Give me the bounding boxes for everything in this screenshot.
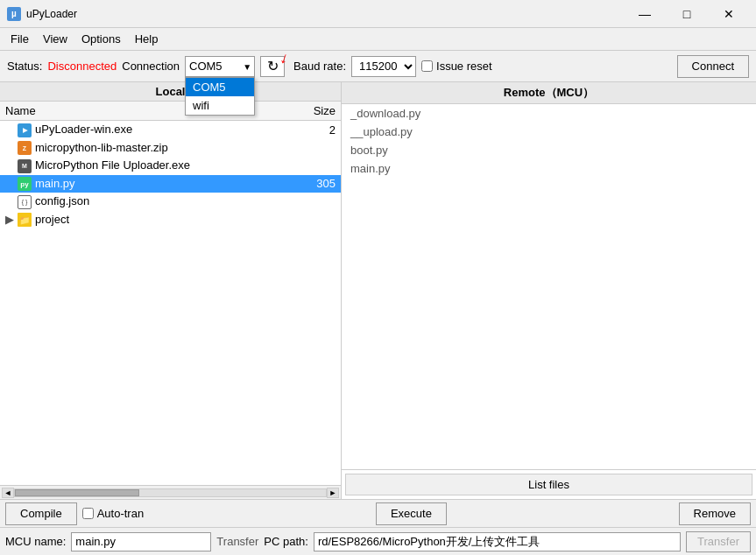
bottom-bar: Compile Auto-tran Execute Remove [0,499,756,527]
table-row[interactable]: MMicroPython File Uploader.exe [0,157,341,175]
menu-help[interactable]: Help [128,30,166,48]
window-title: uPyLoader [26,8,625,20]
folder-toggle-icon[interactable]: ▶ [5,213,16,226]
refresh-button[interactable]: ↻ [260,56,285,77]
remote-panel-header: Remote（MCU） [342,82,756,104]
remote-panel: Remote（MCU） _download.py__upload.pyboot.… [342,82,756,499]
dropdown-item-wifi[interactable]: wifi [186,96,254,115]
refresh-wrapper: ↻ ↓ [260,56,285,77]
baud-label: Baud rate: [293,60,346,73]
issue-reset-checkbox[interactable] [421,60,433,72]
list-files-button[interactable]: List files [345,474,752,495]
menu-options[interactable]: Options [74,30,128,48]
table-row[interactable]: ▶uPyLoader-win.exe2 [0,121,341,139]
file-name-cell: { }config.json [0,193,297,211]
execute-button[interactable]: Execute [376,502,447,525]
status-value: Disconnected [47,60,117,73]
menu-bar: File View Options Help [0,28,756,51]
list-files-bar: List files [342,469,756,499]
file-name: uPyLoader-win.exe [35,123,132,136]
auto-transfer-checkbox[interactable] [82,508,94,519]
minimize-button[interactable]: ― [625,0,665,28]
mcu-name-input[interactable] [71,532,211,551]
table-row[interactable]: pymain.py305 [0,175,341,193]
table-row[interactable]: Zmicropython-lib-master.zip [0,139,341,158]
title-bar: µ uPyLoader ― □ ✕ [0,0,756,28]
baud-select[interactable]: 115200 9600 19200 38400 57600 230400 [351,56,416,77]
local-scrollbar: ◄ ► [0,485,341,499]
file-size-cell [297,139,341,158]
col-size: Size [297,102,341,121]
pc-path-label: PC path: [264,535,308,548]
local-file-list: Name Size ▶uPyLoader-win.exe2Zmicropytho… [0,102,341,485]
connect-button[interactable]: Connect [677,55,749,78]
baud-combo-wrapper: 115200 9600 19200 38400 57600 230400 [351,56,416,77]
mcu-bar: MCU name: Transfer PC path: Transfer [0,527,756,555]
table-row[interactable]: ▶📁project [0,211,341,229]
app-icon: µ [7,7,21,21]
file-name-cell: MMicroPython File Uploader.exe [0,157,297,175]
scroll-thumb [15,489,139,496]
table-row[interactable]: { }config.json [0,193,341,211]
mcu-name-label: MCU name: [5,535,66,548]
scroll-left-btn[interactable]: ◄ [2,488,14,498]
remote-file-item[interactable]: main.py [342,159,756,178]
remote-file-item[interactable]: _download.py [342,104,756,123]
zip-icon: Z [18,141,32,155]
remote-file-item[interactable]: boot.py [342,141,756,159]
remove-button[interactable]: Remove [679,502,751,525]
file-table: Name Size ▶uPyLoader-win.exe2Zmicropytho… [0,102,341,228]
connection-select[interactable]: COM5 wifi [185,56,255,77]
connection-dropdown: COM5 wifi [185,77,255,116]
file-size-cell: 2 [297,121,341,139]
file-name: main.py [35,177,75,190]
transfer2-button[interactable]: Transfer [686,531,751,552]
file-name-cell: Zmicropython-lib-master.zip [0,139,297,158]
file-size-cell: 305 [297,175,341,193]
file-size-cell [297,211,341,229]
file-name: micropython-lib-master.zip [35,141,168,154]
local-panel: Local Name Size ▶uPyLoader-win.exe2Zmicr… [0,82,342,499]
file-name-cell: ▶uPyLoader-win.exe [0,121,297,139]
local-panel-header: Local [0,82,341,102]
status-label: Status: [7,60,42,73]
file-name: project [35,213,69,226]
issue-reset-label: Issue reset [436,60,492,73]
connection-label: Connection [122,60,180,73]
close-button[interactable]: ✕ [709,0,749,28]
compile-button[interactable]: Compile [5,502,77,525]
json-icon: { } [18,195,32,209]
folder-icon: 📁 [18,213,32,227]
maximize-button[interactable]: □ [667,0,707,28]
dropdown-item-com5[interactable]: COM5 [186,78,254,96]
scroll-right-btn[interactable]: ► [327,488,339,498]
auto-transfer-label: Auto-tran [97,507,144,520]
file-size-cell [297,193,341,211]
remote-file-list: _download.py__upload.pyboot.pymain.py [342,104,756,469]
pc-path-input[interactable] [314,532,681,551]
toolbar: Status: Disconnected Connection COM5 wif… [0,51,756,82]
issue-reset-wrapper: Issue reset [421,60,492,73]
file-name-cell: pymain.py [0,175,297,193]
auto-transfer-wrapper: Auto-tran [82,507,144,520]
connection-combo-wrapper: COM5 wifi ▼ COM5 wifi [185,56,255,77]
py-icon: py [18,177,32,191]
file-size-cell [297,157,341,175]
file-name: MicroPython File Uploader.exe [35,158,190,172]
remote-file-item[interactable]: __upload.py [342,123,756,141]
transfer1-label: Transfer [216,535,258,548]
window-controls: ― □ ✕ [625,0,749,28]
scroll-track[interactable] [14,488,327,497]
exe-icon: ▶ [18,123,32,137]
file-name: config.json [35,194,89,207]
menu-file[interactable]: File [4,30,36,48]
file-name-cell: ▶📁project [0,211,297,229]
menu-view[interactable]: View [36,30,74,48]
main-area: Local Name Size ▶uPyLoader-win.exe2Zmicr… [0,82,756,499]
exe-m-icon: M [18,159,32,173]
